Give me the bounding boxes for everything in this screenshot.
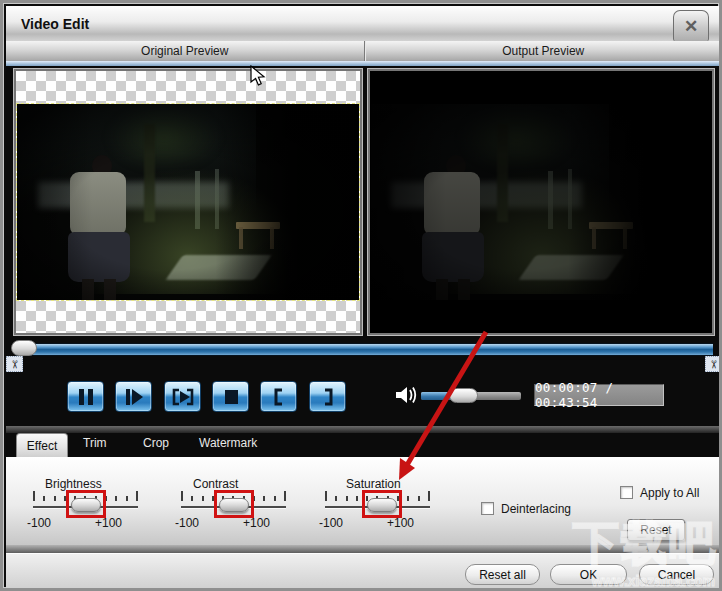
- tab-effect[interactable]: Effect: [16, 433, 68, 457]
- saturation-min-label: -100: [319, 516, 343, 530]
- scissors-icon: ✂: [708, 359, 719, 368]
- stop-button[interactable]: [212, 381, 249, 412]
- volume-mute-button[interactable]: [393, 382, 419, 408]
- seek-bar[interactable]: [15, 343, 713, 356]
- ok-button[interactable]: OK: [550, 564, 627, 585]
- play-segment-icon: [171, 388, 195, 406]
- pause-icon: [75, 388, 97, 406]
- trim-start-scissors-button[interactable]: ✂: [6, 356, 23, 372]
- volume-handle[interactable]: [449, 388, 478, 403]
- title-bar: Video Edit ✕: [6, 6, 722, 42]
- saturation-label: Saturation: [346, 477, 401, 491]
- left-bracket-icon: [268, 388, 290, 406]
- tab-trim[interactable]: Trim: [83, 436, 107, 450]
- seek-handle[interactable]: [11, 340, 37, 356]
- original-preview-header[interactable]: Original Preview: [6, 41, 365, 61]
- deinterlacing-checkbox[interactable]: [481, 502, 494, 515]
- apply-to-all-label: Apply to All: [640, 486, 699, 500]
- reset-button[interactable]: Reset: [627, 519, 685, 541]
- saturation-highlight-box: [362, 490, 402, 518]
- brightness-min-label: -100: [27, 516, 51, 530]
- tab-watermark[interactable]: Watermark: [199, 436, 257, 450]
- contrast-min-label: -100: [175, 516, 199, 530]
- original-video-frame: [17, 104, 359, 300]
- trim-start-button[interactable]: [260, 381, 297, 412]
- effect-panel-bottom-edge: [6, 545, 722, 553]
- video-edit-dialog: Video Edit ✕ Original Preview Output Pre…: [0, 0, 722, 591]
- output-preview-pane: [368, 69, 714, 335]
- stop-icon: [220, 388, 242, 406]
- scene-vignette: [371, 104, 711, 300]
- cancel-button[interactable]: Cancel: [639, 564, 714, 585]
- player-bottom-edge: [6, 426, 722, 433]
- speaker-icon: [394, 384, 418, 406]
- brightness-highlight-box: [66, 490, 106, 518]
- brightness-max-label: +100: [95, 516, 122, 530]
- play-icon: [123, 388, 145, 406]
- time-display: 00:00:07 / 00:43:54: [534, 384, 664, 406]
- output-preview-header[interactable]: Output Preview: [365, 41, 722, 61]
- tab-crop[interactable]: Crop: [143, 436, 169, 450]
- original-preview-pane: [14, 69, 362, 335]
- contrast-max-label: +100: [243, 516, 270, 530]
- contrast-highlight-box: [214, 490, 254, 518]
- scissors-icon: ✂: [9, 359, 20, 368]
- pause-button[interactable]: [67, 381, 104, 412]
- dialog-title: Video Edit: [21, 16, 89, 32]
- play-button[interactable]: [115, 381, 152, 412]
- reset-all-button[interactable]: Reset all: [465, 564, 540, 585]
- deinterlacing-label: Deinterlacing: [501, 502, 571, 516]
- brightness-label: Brightness: [45, 477, 102, 491]
- play-segment-button[interactable]: [164, 381, 201, 412]
- output-video-frame: [371, 104, 711, 300]
- preview-header-row: Original Preview Output Preview: [6, 41, 722, 62]
- apply-to-all-checkbox[interactable]: [620, 486, 633, 499]
- right-bracket-icon: [317, 388, 339, 406]
- scene-vignette: [17, 104, 359, 300]
- trim-end-button[interactable]: [309, 381, 346, 412]
- saturation-max-label: +100: [387, 516, 414, 530]
- contrast-label: Contrast: [193, 477, 238, 491]
- close-button[interactable]: ✕: [673, 10, 709, 41]
- trim-end-scissors-button[interactable]: ✂: [705, 356, 722, 372]
- close-icon: ✕: [684, 16, 698, 37]
